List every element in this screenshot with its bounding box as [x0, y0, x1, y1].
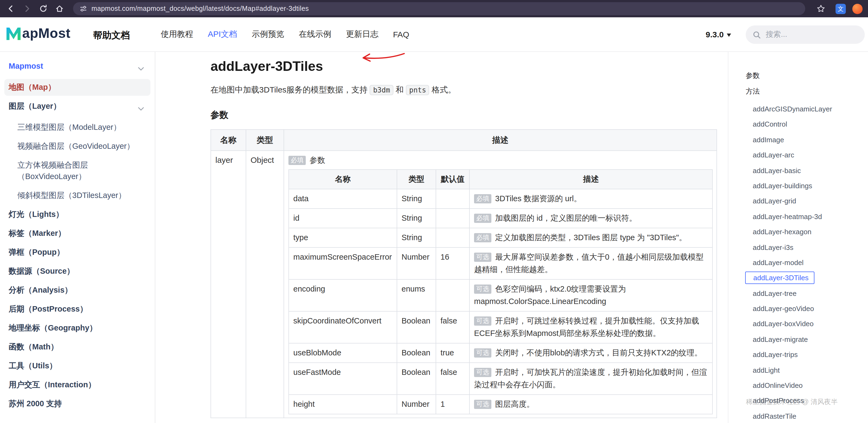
bookmark-star-icon[interactable] — [813, 1, 829, 16]
toc-item[interactable]: addLayer-arc — [753, 148, 868, 163]
address-bar[interactable]: mapmost.com/mapmost_docs/webgl/latest/do… — [73, 2, 805, 15]
sidebar-item-suzhou2000[interactable]: 苏州 2000 支持 — [0, 394, 155, 413]
chevron-down-icon — [727, 33, 731, 36]
main-nav: 使用教程 API文档 示例预览 在线示例 更新日志 FAQ — [161, 17, 409, 52]
param-type: Number — [397, 248, 436, 280]
toc-item[interactable]: addLayer-basic — [753, 163, 868, 178]
required-badge: 必填 — [288, 156, 306, 165]
param-default: 16 — [436, 248, 469, 280]
col-header-name: 名称 — [211, 130, 246, 151]
sidebar-item-math[interactable]: 函数（Math） — [0, 337, 155, 356]
col-header-default: 默认值 — [436, 170, 469, 189]
sidebar-item-geovideolayer[interactable]: 视频融合图层（GeoVideoLayer） — [0, 137, 155, 156]
table-row: height Number 1 可选图层高度。 — [289, 395, 712, 414]
toc-item-active[interactable]: addLayer-3DTiles — [753, 271, 868, 286]
page-title: addLayer-3DTiles — [211, 57, 728, 75]
profile-avatar[interactable] — [852, 3, 863, 14]
param-desc-text: 开启时，可跳过坐标转换过程，提升加载性能。仅支持加载ECEF坐标系到Mapmos… — [474, 317, 699, 337]
nav-api-docs[interactable]: API文档 — [208, 29, 237, 39]
table-row: maximumScreenSpaceError Number 16 可选最大屏幕… — [289, 248, 712, 280]
main-content: addLayer-3DTiles 在地图中加载3DTiles服务的模型数据，支持… — [156, 52, 728, 423]
param-type: Object — [246, 151, 284, 418]
mapmost-logo[interactable]: apMost — [5, 25, 71, 40]
red-arrow-annotation — [358, 51, 406, 64]
table-row: data String 必填3DTiles 数据资源的 url。 — [289, 189, 712, 208]
intro-text: 格式。 — [429, 85, 456, 94]
search-input[interactable]: 搜索... — [746, 25, 865, 44]
intro-text: 和 — [394, 85, 406, 94]
intro-paragraph: 在地图中加载3DTiles服务的模型数据，支持 b3dm 和 pnts 格式。 — [211, 83, 728, 97]
toc-item[interactable]: addLayer-model — [753, 255, 868, 271]
nav-example-preview[interactable]: 示例预览 — [252, 29, 284, 39]
toc-item[interactable]: addLayer-buildings — [753, 178, 868, 194]
toc-item[interactable]: addLayer-heatmap-3d — [753, 209, 868, 225]
toc-item[interactable]: addArcGISDynamicLayer — [753, 102, 868, 117]
toc-item[interactable]: addLayer-grid — [753, 194, 868, 209]
translate-extension-icon[interactable]: 文 — [836, 3, 846, 14]
toc-item[interactable]: addControl — [753, 117, 868, 133]
chevron-down-icon — [138, 63, 144, 74]
watermark: 稀土掘金技术社区 @ 清风夜半 — [746, 398, 838, 407]
nav-changelog[interactable]: 更新日志 — [346, 29, 378, 39]
param-badge: 可选 — [474, 348, 491, 358]
back-button[interactable] — [3, 1, 19, 16]
sidebar-item-interaction[interactable]: 用户交互（Interaction） — [0, 376, 155, 394]
sidebar-item-lights[interactable]: 灯光（Lights） — [0, 205, 155, 224]
sidebar-item-boxvideolayer[interactable]: 立方体视频融合图层（BoxVideoLayer） — [0, 156, 155, 186]
param-badge: 可选 — [474, 368, 491, 377]
toc-heading-params[interactable]: 参数 — [745, 70, 868, 81]
sidebar-item-popup[interactable]: 弹框（Popup） — [0, 243, 155, 262]
toc-item[interactable]: addLayer-migrate — [753, 332, 868, 348]
table-row: encoding enums 可选色彩空间编码，ktx2.0纹理需要设置为 ma… — [289, 280, 712, 311]
param-default — [436, 208, 469, 228]
toc-item[interactable]: addRasterTile — [753, 409, 868, 423]
toc-item[interactable]: addLayer-geoVideo — [753, 301, 868, 317]
toc-item[interactable]: addLayer-trips — [753, 348, 868, 363]
sidebar-item-source[interactable]: 数据源（Source） — [0, 262, 155, 281]
nav-usage-tutorial[interactable]: 使用教程 — [161, 29, 193, 39]
toc-item[interactable]: addLayer-boxVideo — [753, 317, 868, 332]
site-settings-icon[interactable] — [80, 5, 87, 12]
toc-item[interactable]: addLayer-i3s — [753, 240, 868, 255]
forward-button[interactable] — [19, 1, 35, 16]
param-type: String — [397, 189, 436, 208]
home-button[interactable] — [52, 1, 68, 16]
sidebar-item-analysis[interactable]: 分析（Analysis） — [0, 281, 155, 300]
toc-item[interactable]: addLayer-tree — [753, 286, 868, 301]
toc-heading-methods[interactable]: 方法 — [745, 86, 868, 97]
param-badge: 可选 — [474, 400, 491, 409]
sidebar-item-geography[interactable]: 地理坐标（Geography） — [0, 319, 155, 337]
toc-item[interactable]: addOnlineVideo — [753, 378, 868, 393]
toc-item[interactable]: addLight — [753, 363, 868, 378]
param-type: Boolean — [397, 311, 436, 343]
nav-online-examples[interactable]: 在线示例 — [299, 29, 331, 39]
param-badge: 必填 — [474, 194, 491, 203]
param-default — [436, 280, 469, 311]
sidebar-item-layer[interactable]: 图层（Layer） — [0, 97, 155, 118]
param-badge: 必填 — [474, 214, 491, 223]
table-header-row: 名称 类型 默认值 描述 — [289, 170, 712, 189]
sidebar-item-map[interactable]: 地图（Map） — [4, 79, 150, 96]
refresh-button[interactable] — [35, 1, 52, 16]
param-default — [436, 228, 469, 248]
toc-item[interactable]: addImage — [753, 133, 868, 148]
sidebar-item-modellayer[interactable]: 三维模型图层（ModelLayer） — [0, 118, 155, 137]
param-desc: 可选色彩空间编码，ktx2.0纹理需要设置为 mapmost.ColorSpac… — [469, 280, 712, 311]
sidebar-item-label: 图层（Layer） — [9, 101, 61, 112]
sidebar-item-utils[interactable]: 工具（Utils） — [0, 356, 155, 376]
sidebar-item-postprocess[interactable]: 后期（PostProcess） — [0, 300, 155, 319]
toc-item[interactable]: addLayer-hexagon — [753, 225, 868, 240]
version-selector[interactable]: 9.3.0 — [706, 17, 731, 52]
sidebar-item-3dtileslayer[interactable]: 倾斜模型图层（3DTilesLayer） — [0, 186, 155, 205]
nested-params-table: 名称 类型 默认值 描述 data String — [288, 169, 713, 414]
col-header-name: 名称 — [289, 170, 397, 189]
nav-faq[interactable]: FAQ — [393, 30, 409, 39]
sidebar-item-mapmost[interactable]: Mapmost — [0, 57, 155, 78]
content-divider — [728, 52, 728, 423]
badge-line: 必填参数 — [288, 155, 712, 165]
table-row: skipCoordinateOfConvert Boolean false 可选… — [289, 311, 712, 343]
sidebar-item-marker[interactable]: 标签（Marker） — [0, 224, 155, 243]
browser-toolbar: mapmost.com/mapmost_docs/webgl/latest/do… — [0, 0, 868, 17]
param-desc: 必填加载图层的 id，定义图层的唯一标识符。 — [469, 208, 712, 228]
param-type: Boolean — [397, 363, 436, 395]
